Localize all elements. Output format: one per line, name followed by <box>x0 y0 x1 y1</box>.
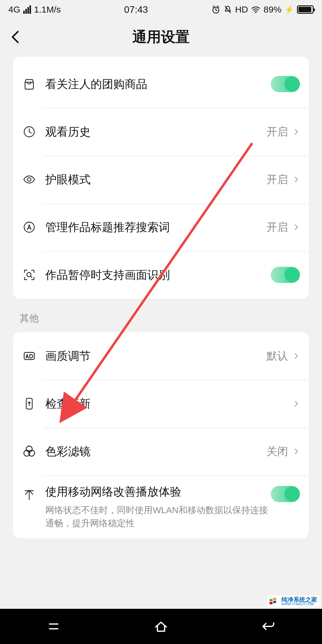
svg-point-1 <box>255 12 256 13</box>
hd-indicator: HD <box>235 4 248 15</box>
row-color-filter[interactable]: 色彩滤镜 关闭 <box>13 428 309 475</box>
status-bar: 4G 1.1M/s 07:43 HD 89% ⚡ <box>0 0 322 19</box>
row-label: 检查更新 <box>45 396 293 411</box>
row-check-update[interactable]: 检查更新 <box>13 380 309 428</box>
row-value: 默认 <box>267 349 288 363</box>
ad-icon <box>21 348 38 364</box>
battery-percentage: 89% <box>264 4 281 15</box>
wifi-icon <box>251 5 261 14</box>
row-watch-history[interactable]: 观看历史 开启 <box>13 108 309 156</box>
chevron-right-icon <box>293 128 300 135</box>
svg-rect-14 <box>270 602 273 604</box>
toggle-pause-recognition[interactable] <box>271 267 300 283</box>
row-value: 开启 <box>267 220 288 235</box>
battery-icon <box>297 5 314 14</box>
charging-icon: ⚡ <box>284 5 294 14</box>
nav-home-button[interactable] <box>153 618 169 635</box>
watermark-title: 纯净系统之家 <box>281 597 317 603</box>
page-title: 通用设置 <box>0 27 322 47</box>
row-value: 开启 <box>267 125 288 139</box>
back-button[interactable] <box>8 30 23 44</box>
row-label: 管理作品标题推荐搜索词 <box>45 220 267 235</box>
chevron-right-icon <box>293 400 300 407</box>
signal-icon <box>23 5 31 14</box>
row-mobile-boost[interactable]: 使用移动网络改善播放体验 网络状态不佳时，同时使用WLAN和移动数据以保持连接通… <box>13 475 309 538</box>
settings-section-other: 画质调节 默认 检查更新 色彩滤镜 关闭 使用移动网络改善播放体验 网络状态不佳… <box>13 332 309 538</box>
status-right: HD 89% ⚡ <box>211 4 314 15</box>
scan-search-icon <box>21 267 38 283</box>
row-label: 护眼模式 <box>45 172 267 187</box>
row-value: 关闭 <box>267 444 288 459</box>
row-label: 看关注人的团购商品 <box>45 77 271 92</box>
network-speed: 1.1M/s <box>34 4 61 15</box>
row-label: 观看历史 <box>45 124 267 140</box>
mute-icon <box>223 5 232 14</box>
svg-point-3 <box>27 178 31 181</box>
color-filter-icon <box>21 443 38 460</box>
nav-recent-button[interactable] <box>45 618 62 635</box>
status-left: 4G 1.1M/s <box>8 4 61 15</box>
chevron-right-icon <box>293 224 300 231</box>
row-label: 色彩滤镜 <box>45 444 267 459</box>
row-label: 画质调节 <box>45 349 267 364</box>
toggle-mobile-boost[interactable] <box>271 486 300 502</box>
chevron-right-icon <box>293 352 300 360</box>
title-bar: 通用设置 <box>0 19 322 55</box>
watermark-url: WWW.YCWGJY.COM <box>281 603 317 606</box>
row-quality-adjust[interactable]: 画质调节 默认 <box>13 332 309 380</box>
nav-back-button[interactable] <box>260 618 277 635</box>
row-title-keywords[interactable]: 管理作品标题推荐搜索词 开启 <box>13 203 309 251</box>
svg-point-4 <box>24 222 34 232</box>
toggle-follow-group-buy[interactable] <box>271 76 300 92</box>
arrow-up-icon <box>21 486 38 503</box>
section-header-other: 其他 <box>20 312 302 325</box>
system-nav-bar <box>0 609 322 644</box>
a-circle-icon <box>21 219 38 236</box>
watermark-logo-icon <box>270 598 280 605</box>
row-pause-recognition[interactable]: 作品暂停时支持画面识别 <box>13 251 309 299</box>
alarm-icon <box>211 5 220 14</box>
chevron-right-icon <box>293 176 300 183</box>
row-follow-group-buy[interactable]: 看关注人的团购商品 <box>13 60 309 108</box>
row-subtitle: 网络状态不佳时，同时使用WLAN和移动数据以保持连接通畅，提升网络稳定性 <box>45 504 271 530</box>
phone-update-icon <box>21 395 38 412</box>
status-time: 07:43 <box>61 4 211 15</box>
row-label: 使用移动网络改善播放体验 <box>45 484 271 499</box>
clock-icon <box>21 123 38 140</box>
svg-rect-13 <box>273 598 276 600</box>
chevron-right-icon <box>293 448 300 455</box>
row-eye-protect[interactable]: 护眼模式 开启 <box>13 156 309 203</box>
eye-icon <box>21 171 38 188</box>
row-label: 作品暂停时支持画面识别 <box>45 267 271 283</box>
watermark: 纯净系统之家 WWW.YCWGJY.COM <box>267 595 320 607</box>
row-value: 开启 <box>267 172 288 187</box>
shopping-bag-icon <box>21 76 38 92</box>
network-type: 4G <box>8 4 20 15</box>
svg-rect-12 <box>270 599 273 601</box>
svg-rect-15 <box>273 601 276 603</box>
settings-section-1: 看关注人的团购商品 观看历史 开启 护眼模式 开启 管理作品标题推荐搜索词 开启… <box>13 57 309 299</box>
